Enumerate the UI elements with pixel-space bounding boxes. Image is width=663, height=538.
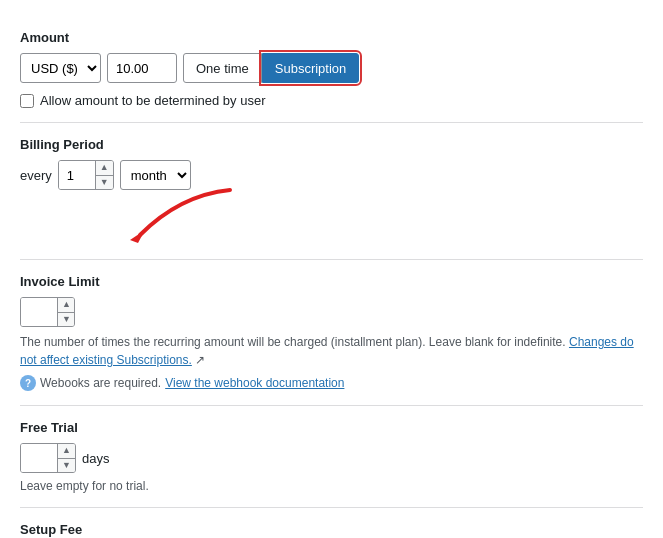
billing-every-input[interactable]	[59, 161, 95, 189]
invoice-spinner-up[interactable]: ▲	[58, 298, 75, 313]
webhook-text: Webooks are required.	[40, 376, 161, 390]
amount-label: Amount	[20, 30, 643, 45]
days-label: days	[82, 451, 109, 466]
subscription-tab[interactable]: Subscription	[262, 53, 360, 83]
payment-type-tabs: One time Subscription	[183, 53, 359, 83]
billing-spinner-buttons: ▲ ▼	[95, 161, 113, 189]
invoice-spinner-buttons: ▲ ▼	[57, 298, 75, 326]
webhook-doc-link[interactable]: View the webhook documentation	[165, 376, 344, 390]
free-trial-spinner-down[interactable]: ▼	[58, 459, 75, 473]
allow-user-row: Allow amount to be determined by user	[20, 93, 643, 108]
setup-fee-section: Setup Fee $ Additional amount to add to …	[20, 508, 643, 538]
amount-section: Amount USD ($) EUR (€) GBP (£) One time …	[20, 16, 643, 123]
setup-fee-label: Setup Fee	[20, 522, 643, 537]
one-time-tab[interactable]: One time	[183, 53, 262, 83]
free-trial-spinner-buttons: ▲ ▼	[57, 444, 75, 472]
free-trial-input[interactable]	[21, 444, 57, 472]
allow-user-checkbox[interactable]	[20, 94, 34, 108]
billing-period-label: Billing Period	[20, 137, 643, 152]
invoice-limit-label: Invoice Limit	[20, 274, 643, 289]
svg-marker-0	[130, 230, 145, 243]
billing-spinner-down[interactable]: ▼	[96, 176, 113, 190]
invoice-limit-input[interactable]	[21, 298, 57, 326]
free-trial-spinner: ▲ ▼	[20, 443, 76, 473]
free-trial-row: ▲ ▼ days	[20, 443, 643, 473]
currency-select[interactable]: USD ($) EUR (€) GBP (£)	[20, 53, 101, 83]
allow-user-label: Allow amount to be determined by user	[40, 93, 265, 108]
free-trial-spinner-up[interactable]: ▲	[58, 444, 75, 459]
billing-row: every ▲ ▼ month week day year	[20, 160, 643, 190]
free-trial-section: Free Trial ▲ ▼ days Leave empty for no t…	[20, 406, 643, 508]
webhook-row: ? Webooks are required. View the webhook…	[20, 375, 643, 391]
help-icon[interactable]: ?	[20, 375, 36, 391]
invoice-info-text: The number of times the recurring amount…	[20, 333, 643, 369]
billing-spinner-up[interactable]: ▲	[96, 161, 113, 176]
leave-empty-text: Leave empty for no trial.	[20, 479, 643, 493]
invoice-limit-section: Invoice Limit ▲ ▼ The number of times th…	[20, 260, 643, 406]
amount-row: USD ($) EUR (€) GBP (£) One time Subscri…	[20, 53, 643, 83]
free-trial-label: Free Trial	[20, 420, 643, 435]
red-arrow-annotation	[120, 185, 240, 245]
billing-period-section: Billing Period every ▲ ▼ month week day …	[20, 123, 643, 260]
invoice-limit-spinner: ▲ ▼	[20, 297, 75, 327]
invoice-spinner-down[interactable]: ▼	[58, 313, 75, 327]
amount-input[interactable]	[107, 53, 177, 83]
billing-period-select[interactable]: month week day year	[120, 160, 191, 190]
billing-every-spinner: ▲ ▼	[58, 160, 114, 190]
every-label: every	[20, 168, 52, 183]
external-link-icon: ↗	[195, 353, 205, 367]
